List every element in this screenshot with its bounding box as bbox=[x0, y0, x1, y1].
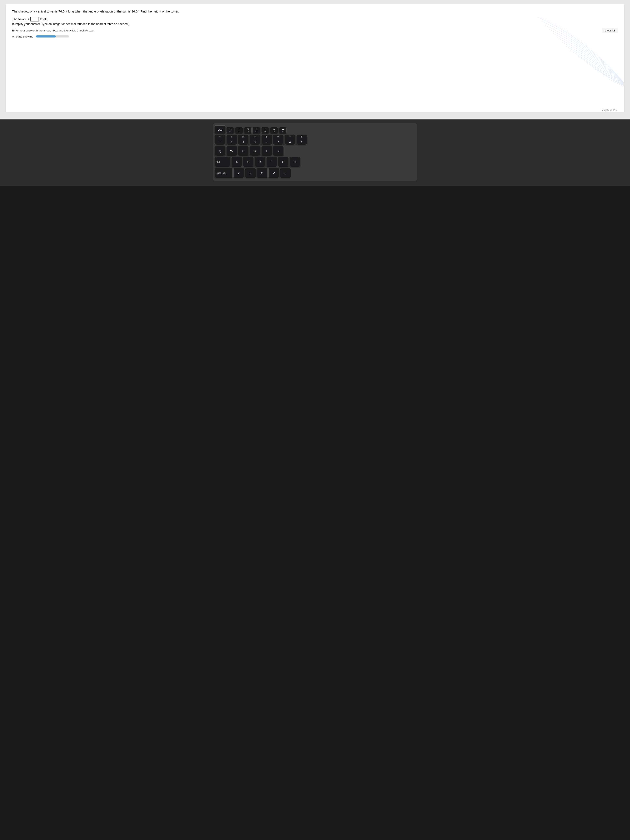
key-4-top: $ bbox=[266, 136, 267, 138]
key-y[interactable]: Y bbox=[273, 146, 284, 156]
number-row: ~ ` ! 1 @ 2 # 3 $ 4 % 5 bbox=[215, 135, 415, 145]
key-f7[interactable]: ⏮ F7 bbox=[279, 127, 287, 133]
key-q[interactable]: Q bbox=[215, 146, 226, 156]
key-r[interactable]: R bbox=[249, 146, 261, 156]
key-6-bottom: 6 bbox=[289, 141, 291, 144]
key-f[interactable]: F bbox=[266, 157, 277, 167]
launchpad-icon: ⠿ bbox=[256, 128, 257, 131]
tilde-top: ~ bbox=[219, 136, 221, 138]
key-x[interactable]: X bbox=[245, 168, 256, 178]
content-area: The shadow of a vertical tower is 76.0 f… bbox=[6, 4, 624, 112]
mission-control-icon: ⊞ bbox=[247, 128, 249, 131]
f7-label: F7 bbox=[282, 130, 284, 133]
key-f3[interactable]: ⊞ F3 bbox=[244, 127, 252, 133]
instructions-text: Enter your answer in the answer box and … bbox=[12, 29, 95, 32]
keyboard-backlight-up-icon: ∴ bbox=[273, 128, 275, 131]
c-label: C bbox=[261, 171, 263, 175]
key-w[interactable]: W bbox=[226, 146, 237, 156]
key-4-bottom: 4 bbox=[266, 141, 267, 144]
answer-prefix: The tower is bbox=[12, 17, 29, 21]
qwerty-row: Q W E R T Y bbox=[215, 146, 415, 156]
instructions-row: Enter your answer in the answer box and … bbox=[12, 28, 618, 33]
wave-decoration bbox=[519, 17, 624, 87]
key-f5[interactable]: ⋯ F5 bbox=[261, 127, 269, 133]
macbook-label: MacBook Pro bbox=[602, 109, 617, 111]
key-3[interactable]: # 3 bbox=[249, 135, 261, 145]
b-label: B bbox=[284, 171, 286, 175]
r-label: R bbox=[254, 149, 256, 153]
a-label: A bbox=[235, 160, 238, 164]
answer-input-box[interactable] bbox=[30, 17, 39, 22]
v-label: V bbox=[273, 171, 275, 175]
f4-label: F4 bbox=[256, 131, 257, 133]
key-a[interactable]: A bbox=[231, 157, 242, 167]
key-z[interactable]: Z bbox=[233, 168, 244, 178]
key-t[interactable]: T bbox=[261, 146, 272, 156]
keyboard-backlight-down-icon: ⋯ bbox=[264, 128, 267, 131]
key-2-top: @ bbox=[242, 136, 245, 138]
key-v[interactable]: V bbox=[268, 168, 279, 178]
key-c[interactable]: C bbox=[257, 168, 267, 178]
key-f1[interactable]: ☀ F1 bbox=[226, 127, 234, 133]
y-label: Y bbox=[277, 149, 279, 153]
progress-fill bbox=[36, 35, 56, 38]
caps-label: caps lock bbox=[216, 172, 226, 174]
key-6[interactable]: ^ 6 bbox=[284, 135, 295, 145]
tilde-bottom: ` bbox=[219, 141, 220, 144]
brightness-up-icon: ✦ bbox=[238, 128, 240, 131]
key-2[interactable]: @ 2 bbox=[238, 135, 249, 145]
t-label: T bbox=[265, 149, 267, 153]
key-5-bottom: 5 bbox=[278, 141, 279, 144]
key-s[interactable]: S bbox=[243, 157, 254, 167]
key-3-bottom: 3 bbox=[254, 141, 256, 144]
z-label: Z bbox=[238, 171, 240, 175]
q-label: Q bbox=[219, 149, 221, 153]
key-e[interactable]: E bbox=[238, 146, 249, 156]
key-b[interactable]: B bbox=[280, 168, 291, 178]
f1-label: F1 bbox=[229, 131, 231, 133]
asdf-row: tab A S D F G H bbox=[215, 157, 415, 167]
key-2-bottom: 2 bbox=[243, 141, 244, 144]
w-label: W bbox=[230, 149, 233, 153]
f3-label: F3 bbox=[247, 131, 249, 133]
simplify-note: (Simplify your answer. Type an integer o… bbox=[12, 22, 618, 25]
parts-label: All parts showing bbox=[12, 35, 33, 38]
key-capslock[interactable]: caps lock bbox=[215, 168, 232, 178]
key-5[interactable]: % 5 bbox=[273, 135, 284, 145]
rewind-icon: ⏮ bbox=[282, 128, 284, 130]
key-tab[interactable]: tab bbox=[215, 157, 231, 167]
progress-bar bbox=[36, 35, 69, 38]
key-f2[interactable]: ✦ F2 bbox=[235, 127, 243, 133]
key-7-top: & bbox=[301, 136, 303, 138]
laptop-screen: The shadow of a vertical tower is 76.0 f… bbox=[0, 0, 630, 120]
key-3-top: # bbox=[254, 136, 256, 138]
key-f4[interactable]: ⠿ F4 bbox=[253, 127, 261, 133]
key-d[interactable]: D bbox=[254, 157, 265, 167]
d-label: D bbox=[259, 160, 261, 164]
g-label: G bbox=[282, 160, 284, 164]
clear-all-button[interactable]: Clear All bbox=[602, 28, 618, 33]
zxcv-row: caps lock Z X C V B bbox=[215, 168, 415, 178]
fn-row: esc ☀ F1 ✦ F2 ⊞ F3 ⠿ F4 ⋯ F5 bbox=[215, 125, 415, 133]
f-label: F bbox=[271, 160, 273, 164]
key-6-top: ^ bbox=[290, 136, 291, 138]
parts-row: All parts showing bbox=[12, 35, 618, 38]
key-tilde[interactable]: ~ ` bbox=[215, 135, 226, 145]
key-4[interactable]: $ 4 bbox=[261, 135, 272, 145]
s-label: S bbox=[247, 160, 249, 164]
key-7[interactable]: & 7 bbox=[296, 135, 307, 145]
key-f6[interactable]: ∴ F6 bbox=[270, 127, 278, 133]
key-1-top: ! bbox=[232, 136, 232, 138]
f5-label: F5 bbox=[264, 131, 266, 133]
h-label: H bbox=[294, 160, 296, 164]
key-g[interactable]: G bbox=[278, 157, 289, 167]
f2-label: F2 bbox=[238, 131, 240, 133]
bottom-bar: Enter your answer in the answer box and … bbox=[12, 28, 618, 38]
key-1-bottom: 1 bbox=[231, 141, 232, 144]
key-7-bottom: 7 bbox=[301, 141, 302, 144]
key-h[interactable]: H bbox=[290, 157, 300, 167]
key-esc[interactable]: esc bbox=[215, 125, 226, 133]
key-1[interactable]: ! 1 bbox=[226, 135, 237, 145]
e-label: E bbox=[242, 149, 245, 153]
question-text: The shadow of a vertical tower is 76.0 f… bbox=[12, 9, 618, 14]
